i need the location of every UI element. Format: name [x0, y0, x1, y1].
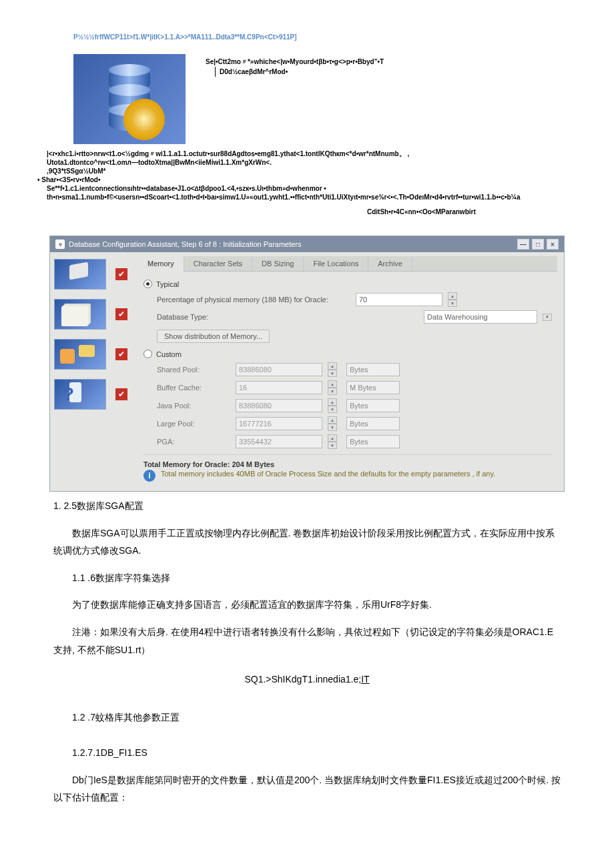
dbtype-label: Database Type:	[157, 313, 237, 321]
sidebar-check-icon: ✔	[115, 388, 127, 400]
tab-db-sizing[interactable]: DB Sizing	[252, 256, 304, 271]
garbled-line-1: Se|•Ctt2mo〃*»whiche<|w•Myourd•tβb•τ•g<>p…	[206, 57, 384, 67]
info-icon: i	[143, 470, 156, 482]
sidebar-thumb-2	[54, 299, 106, 330]
wizard-sidebar: ✔ ✔ ✔ ?✔	[50, 252, 131, 491]
sql-line: SQ1.>ShIKdgT1.innedia1.e;IT	[53, 671, 561, 689]
total-memory-label: Total Memory for Oracle: 204 M Bytes	[143, 460, 552, 468]
heading-dbfiles: 1.2.7.1DB_FI1.ES	[72, 744, 561, 762]
java-pool-input: 83886080	[236, 399, 322, 412]
info-text: Total memory includes 40MB of Oracle Pro…	[161, 470, 495, 478]
garbled-header: P½½½frffWCP11t>f1.W*|itK>1.1.A>>*MA111..…	[73, 33, 581, 41]
paragraph-dbfiles: Db门IeS是数据库能第同时密开的文件数量，默认值是200个. 当数据库纳划时文…	[53, 771, 561, 807]
tabs-row: Memory Character Sets DB Sizing File Loc…	[138, 256, 557, 272]
percent-label: Percentage of physical memory (188 MB) f…	[157, 296, 350, 304]
heading-charset: 1.1 .6数据库字符集选择	[72, 569, 561, 587]
java-pool-unit: Bytes	[346, 399, 400, 412]
sidebar-check-icon: ✔	[115, 268, 127, 280]
radio-selected-icon	[143, 280, 152, 288]
paragraph-charset: 为了使数据库能修正确支持多国语言，必须配置适宜的数据库字符集，乐用UrF8字好集…	[53, 596, 561, 614]
paragraph-sga: 数据库SGA可以票用手工正置或按物理内存比例配置. 卷数据库初始设计阶段采用按比…	[53, 524, 561, 560]
garbled-right-text: CditSh•r•4C«nn•<Oo<MParanwbirt	[367, 208, 581, 215]
java-pool-label: Java Pool:	[143, 402, 230, 410]
percent-input[interactable]: 70	[356, 293, 442, 306]
garbled-paragraph: |<r•xhc1.i•rtto>nrw<t1.o<½gdmg〃wi1.1.a1.…	[47, 149, 581, 201]
maximize-button[interactable]: □	[532, 239, 544, 250]
database-gear-graphic	[73, 54, 186, 144]
sidebar-thumb-3	[54, 339, 106, 370]
window-title: Database Configuration Assistant, Step 6…	[69, 240, 302, 248]
radio-unselected-icon	[143, 350, 152, 358]
tab-archive[interactable]: Archive	[368, 256, 412, 271]
large-pool-unit: Bytes	[346, 417, 400, 430]
pga-unit: Bytes	[346, 435, 400, 448]
large-pool-input: 16777216	[236, 417, 322, 430]
sidebar-thumb-4: ?	[54, 379, 106, 410]
shared-pool-label: Shared Pool:	[143, 366, 230, 374]
window-titlebar: ▾ Database Configuration Assistant, Step…	[50, 236, 564, 252]
paragraph-note: 注港：如果没有大后身. 在使用4程中进行语者转换没有什么影响，具依过程如下（切记…	[53, 623, 561, 659]
spin-down-icon[interactable]: ▼	[448, 300, 457, 307]
minimize-button[interactable]: —	[517, 239, 529, 250]
show-distribution-button[interactable]: Show distribution of Memory...	[157, 330, 270, 343]
buffer-cache-unit: M Bytes	[346, 381, 400, 394]
tab-memory[interactable]: Memory	[138, 256, 184, 272]
dbtype-select[interactable]: Data Warehousing	[424, 310, 537, 324]
garbled-line-2: D0d½caeβdMr^rMod•	[215, 67, 384, 77]
heading-other: 1.2 .7蚊格库其他参数正置	[72, 709, 561, 727]
typical-radio[interactable]: Typical	[143, 280, 552, 288]
large-pool-label: Large Pool:	[143, 420, 230, 428]
close-button[interactable]: ×	[547, 239, 559, 250]
spin-up-icon[interactable]: ▲	[448, 292, 457, 300]
heading-sga: 1. 2.5数据库SGA配置	[53, 497, 561, 515]
shared-pool-input: 83886080	[236, 363, 322, 376]
custom-radio[interactable]: Custom	[143, 350, 552, 358]
sidebar-thumb-1	[54, 259, 106, 290]
dropdown-icon[interactable]: ▼	[543, 314, 552, 321]
buffer-cache-input: 16	[236, 381, 322, 394]
pga-label: PGA:	[143, 438, 230, 446]
upper-graphic-row: Se|•Ctt2mo〃*»whiche<|w•Myourd•tβb•τ•g<>p…	[33, 54, 581, 144]
document-body: 1. 2.5数据库SGA配置 数据库SGA可以票用手工正置或按物理内存比例配置.…	[33, 497, 581, 807]
shared-pool-unit: Bytes	[346, 363, 400, 376]
sidebar-check-icon: ✔	[115, 348, 127, 360]
pga-input: 33554432	[236, 435, 322, 448]
dbca-window: ▾ Database Configuration Assistant, Step…	[49, 236, 565, 492]
tab-character-sets[interactable]: Character Sets	[184, 256, 252, 271]
title-chevron-icon: ▾	[55, 240, 65, 249]
sidebar-check-icon: ✔	[115, 308, 127, 320]
buffer-cache-label: Buffer Cache:	[143, 384, 230, 392]
tab-file-locations[interactable]: File Locations	[304, 256, 368, 271]
